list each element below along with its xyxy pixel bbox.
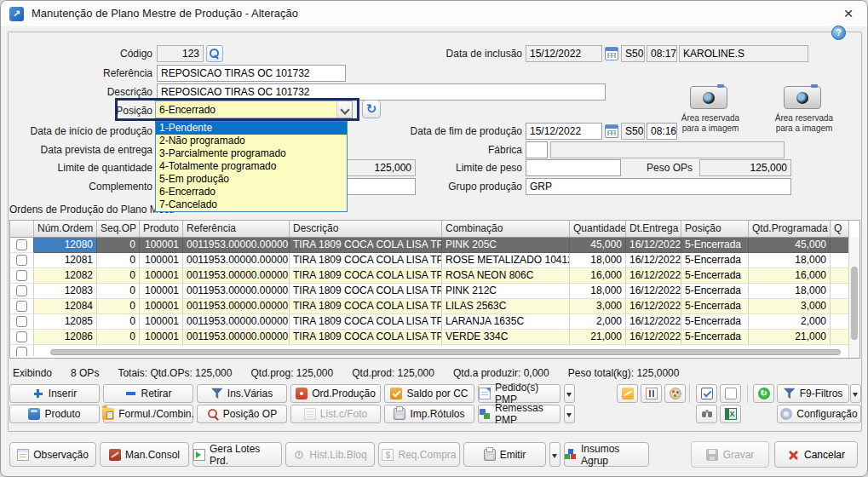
f9-filtros-button[interactable]: F9-Filtros (777, 384, 849, 403)
button-label: Man.Consol (125, 449, 180, 461)
data-fim-time[interactable]: 08:16 (647, 123, 677, 140)
dropdown-option[interactable]: 6-Encerrado (156, 186, 347, 198)
vertical-scrollbar[interactable] (848, 238, 859, 358)
dropdown-arrow-button[interactable] (549, 442, 560, 467)
dropdown-option[interactable]: 2-Não programado (156, 135, 347, 147)
row-checkbox[interactable] (16, 255, 27, 266)
dropdown-arrow-button[interactable] (564, 384, 575, 403)
row-checkbox[interactable] (16, 316, 27, 327)
refresh-grid-button[interactable] (753, 384, 774, 403)
table-row[interactable]: 1208401000010011953.00000.00000TIRA 1809… (10, 299, 859, 314)
posi-o-op-button[interactable]: Posição OP (197, 405, 287, 423)
ord-produ-o-button[interactable]: Ord.Produção (290, 384, 381, 403)
column-header[interactable]: Descrição (290, 221, 442, 238)
observa-o-button[interactable]: Observação (9, 442, 96, 467)
saldo-por-cc-button[interactable]: Saldo por CC (384, 384, 474, 403)
table-cell: 18,000 (570, 284, 626, 299)
row-checkbox[interactable] (16, 285, 27, 296)
column-header[interactable]: Seq.OP (97, 221, 140, 238)
help-icon[interactable]: ? (831, 26, 846, 40)
imp-r-tulos-button[interactable]: Imp.Rótulos (384, 405, 474, 423)
table-row[interactable]: 1208201000010011953.00000.00000TIRA 1809… (10, 268, 859, 284)
table-cell: ROSE METALIZADO 10412C (442, 253, 570, 268)
data-prevista-label: Data prevista de entrega (9, 144, 152, 156)
sort-updown-button[interactable] (641, 384, 662, 403)
palette-button[interactable] (664, 384, 686, 403)
refresh-button[interactable]: ↻ (362, 100, 381, 118)
insumos-agrup-button[interactable]: Insumos Agrup (564, 442, 649, 467)
column-header[interactable] (10, 221, 34, 238)
orders-table: Núm.OrdemSeq.OPProdutoReferênciaDescriçã… (9, 220, 860, 359)
emitir-button[interactable]: Emitir (463, 442, 546, 467)
column-header[interactable]: Dt.Entrega (626, 221, 681, 238)
binoculars-button[interactable] (696, 405, 717, 423)
excel-export-button[interactable] (720, 405, 741, 423)
table-cell: 0011953.00000.00000 (183, 238, 290, 253)
column-header[interactable]: Produto (140, 221, 183, 238)
table-cell: 12081 (34, 253, 97, 268)
column-header[interactable]: Qtd.Programada (749, 221, 831, 238)
dropdown-option[interactable]: 7-Cancelado (156, 198, 347, 211)
gera-lotes-prd-button[interactable]: Gera Lotes Prd. (193, 442, 282, 467)
table-cell: 45,000 (570, 238, 626, 253)
dropdown-option[interactable]: 4-Totalmente programado (156, 160, 347, 173)
button-label: Hist.Lib.Bloq (309, 449, 366, 461)
uncheck-all-button[interactable] (720, 384, 741, 403)
row-checkbox[interactable] (16, 301, 27, 312)
vertical-scrollbar-thumb[interactable] (851, 267, 858, 340)
check-all-button[interactable] (696, 384, 717, 403)
dropdown-option[interactable]: 5-Em produção (156, 173, 347, 186)
posicao-combobox[interactable]: 6-Encerrado (155, 101, 353, 118)
descricao-field[interactable]: REPOSICAO TIRAS OC 101732 (157, 83, 606, 101)
configuracao-button[interactable]: Configuração (777, 405, 861, 423)
column-header[interactable]: Referência (183, 221, 290, 238)
camera-icon[interactable] (784, 86, 821, 109)
chevron-down-icon[interactable] (336, 101, 352, 118)
grupo-producao-field[interactable]: GRP (526, 178, 791, 195)
table-row[interactable]: 1208501000010011953.00000.00000TIRA 1809… (10, 314, 859, 330)
row-checkbox[interactable] (16, 239, 27, 250)
table-cell: TIRA 1809 COCA COLA LISA TPU (290, 238, 442, 253)
row-checkbox[interactable] (16, 270, 27, 281)
formul-combin-button[interactable]: Formul./Combin. (103, 405, 193, 423)
column-header[interactable]: Q (831, 221, 849, 238)
table-row[interactable]: 1208001000010011953.00000.00000TIRA 1809… (10, 238, 859, 253)
column-header[interactable]: Quantidade (570, 221, 626, 238)
status-segment: Qtd.prod: 125,000 (352, 367, 434, 379)
column-header[interactable]: Núm.Ordem (34, 221, 97, 238)
man-consol-button[interactable]: Man.Consol (100, 442, 189, 467)
remessas-pmp-button[interactable]: Remessas PMP (478, 405, 560, 423)
ins-v-rias-button[interactable]: Ins.Várias (197, 384, 287, 403)
fabrica-code-field[interactable] (526, 141, 548, 158)
column-header[interactable]: Combinação (442, 221, 570, 238)
fabrica-name-field (550, 141, 785, 158)
limite-peso-field[interactable] (526, 159, 621, 176)
horizontal-scrollbar[interactable] (50, 349, 841, 355)
table-row[interactable]: 1208101000010011953.00000.00000TIRA 1809… (10, 253, 859, 268)
close-icon[interactable]: × (836, 3, 860, 25)
row-checkbox[interactable] (16, 347, 27, 356)
cancelar-button[interactable]: Cancelar (774, 441, 858, 468)
f9-filtros-dropdown-arrow[interactable] (850, 384, 861, 403)
row-checkbox[interactable] (16, 331, 27, 342)
data-fim-date[interactable]: 15/12/2022 (526, 123, 602, 140)
retirar-button[interactable]: Retirar (103, 384, 193, 403)
toolbar-separator (747, 384, 748, 403)
table-cell: 0011953.00000.00000 (183, 330, 290, 345)
produto-button[interactable]: Produto (9, 405, 100, 423)
calendar-icon[interactable] (605, 124, 618, 138)
posicao-dropdown-list: 1-Pendente2-Não programado3-Parcialmente… (155, 121, 348, 212)
camera-icon[interactable] (690, 86, 727, 109)
dropdown-arrow-button[interactable] (564, 405, 575, 423)
codigo-search-button[interactable] (206, 45, 223, 62)
report-folder-button[interactable] (617, 384, 638, 403)
table-row[interactable]: 1208601000010011953.00000.00000TIRA 1809… (10, 330, 859, 345)
column-header[interactable]: Posição (681, 221, 749, 238)
pedido-s-pmp-button[interactable]: Pedido(s) PMP (478, 384, 560, 403)
table-row[interactable]: 1208301000010011953.00000.00000TIRA 1809… (10, 284, 859, 299)
inserir-button[interactable]: Inserir (9, 384, 100, 403)
referencia-field[interactable]: REPOSICAO TIRAS OC 101732 (157, 65, 346, 82)
dropdown-option[interactable]: 3-Parcialmente programado (156, 147, 347, 160)
table-cell: 5-Encerrada (681, 238, 749, 253)
dropdown-option[interactable]: 1-Pendente (156, 122, 347, 135)
